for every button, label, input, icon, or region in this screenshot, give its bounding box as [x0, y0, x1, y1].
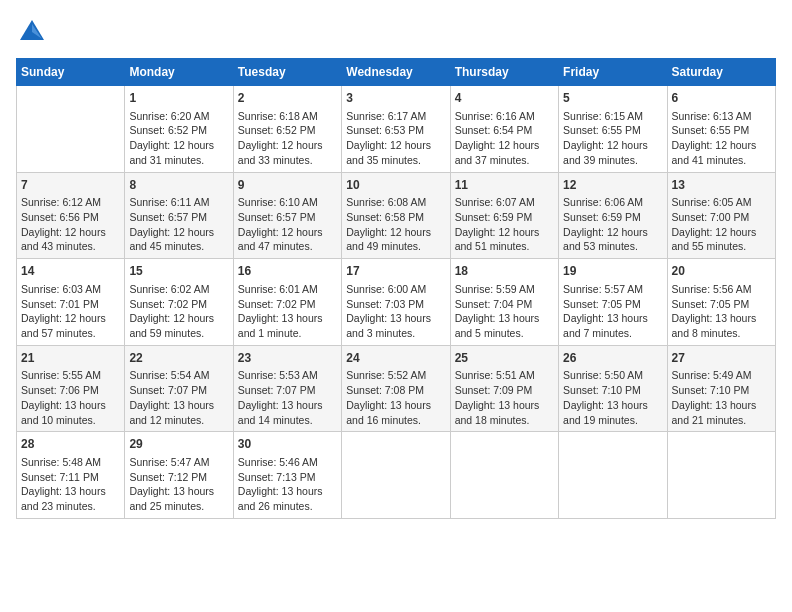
calendar-cell: 3Sunrise: 6:17 AMSunset: 6:53 PMDaylight…: [342, 86, 450, 173]
calendar-cell: 20Sunrise: 5:56 AMSunset: 7:05 PMDayligh…: [667, 259, 775, 346]
calendar-cell: 29Sunrise: 5:47 AMSunset: 7:12 PMDayligh…: [125, 432, 233, 519]
header-row: SundayMondayTuesdayWednesdayThursdayFrid…: [17, 59, 776, 86]
day-number: 6: [672, 90, 771, 107]
day-content: Sunrise: 6:03 AMSunset: 7:01 PMDaylight:…: [21, 282, 120, 341]
calendar-cell: 17Sunrise: 6:00 AMSunset: 7:03 PMDayligh…: [342, 259, 450, 346]
calendar-cell: 26Sunrise: 5:50 AMSunset: 7:10 PMDayligh…: [559, 345, 667, 432]
header-day-tuesday: Tuesday: [233, 59, 341, 86]
day-number: 1: [129, 90, 228, 107]
day-number: 8: [129, 177, 228, 194]
day-content: Sunrise: 5:51 AMSunset: 7:09 PMDaylight:…: [455, 368, 554, 427]
header-day-saturday: Saturday: [667, 59, 775, 86]
calendar-cell: 5Sunrise: 6:15 AMSunset: 6:55 PMDaylight…: [559, 86, 667, 173]
calendar-cell: 10Sunrise: 6:08 AMSunset: 6:58 PMDayligh…: [342, 172, 450, 259]
day-number: 13: [672, 177, 771, 194]
calendar-cell: 18Sunrise: 5:59 AMSunset: 7:04 PMDayligh…: [450, 259, 558, 346]
calendar-cell: 7Sunrise: 6:12 AMSunset: 6:56 PMDaylight…: [17, 172, 125, 259]
day-number: 17: [346, 263, 445, 280]
day-content: Sunrise: 6:13 AMSunset: 6:55 PMDaylight:…: [672, 109, 771, 168]
day-content: Sunrise: 6:08 AMSunset: 6:58 PMDaylight:…: [346, 195, 445, 254]
day-content: Sunrise: 5:50 AMSunset: 7:10 PMDaylight:…: [563, 368, 662, 427]
calendar-cell: 25Sunrise: 5:51 AMSunset: 7:09 PMDayligh…: [450, 345, 558, 432]
calendar-cell: 22Sunrise: 5:54 AMSunset: 7:07 PMDayligh…: [125, 345, 233, 432]
day-number: 23: [238, 350, 337, 367]
day-number: 30: [238, 436, 337, 453]
calendar-cell: 4Sunrise: 6:16 AMSunset: 6:54 PMDaylight…: [450, 86, 558, 173]
calendar-cell: 24Sunrise: 5:52 AMSunset: 7:08 PMDayligh…: [342, 345, 450, 432]
day-content: Sunrise: 6:15 AMSunset: 6:55 PMDaylight:…: [563, 109, 662, 168]
day-number: 10: [346, 177, 445, 194]
calendar-cell: [667, 432, 775, 519]
day-content: Sunrise: 6:00 AMSunset: 7:03 PMDaylight:…: [346, 282, 445, 341]
day-content: Sunrise: 6:02 AMSunset: 7:02 PMDaylight:…: [129, 282, 228, 341]
calendar-header: SundayMondayTuesdayWednesdayThursdayFrid…: [17, 59, 776, 86]
day-number: 2: [238, 90, 337, 107]
day-number: 26: [563, 350, 662, 367]
day-content: Sunrise: 6:12 AMSunset: 6:56 PMDaylight:…: [21, 195, 120, 254]
day-number: 11: [455, 177, 554, 194]
calendar-cell: 28Sunrise: 5:48 AMSunset: 7:11 PMDayligh…: [17, 432, 125, 519]
day-content: Sunrise: 5:59 AMSunset: 7:04 PMDaylight:…: [455, 282, 554, 341]
day-number: 14: [21, 263, 120, 280]
calendar-cell: 9Sunrise: 6:10 AMSunset: 6:57 PMDaylight…: [233, 172, 341, 259]
calendar-week-1: 1Sunrise: 6:20 AMSunset: 6:52 PMDaylight…: [17, 86, 776, 173]
day-content: Sunrise: 5:57 AMSunset: 7:05 PMDaylight:…: [563, 282, 662, 341]
day-number: 24: [346, 350, 445, 367]
page-header: [16, 16, 776, 48]
header-day-wednesday: Wednesday: [342, 59, 450, 86]
calendar-cell: 12Sunrise: 6:06 AMSunset: 6:59 PMDayligh…: [559, 172, 667, 259]
calendar-cell: 19Sunrise: 5:57 AMSunset: 7:05 PMDayligh…: [559, 259, 667, 346]
day-number: 15: [129, 263, 228, 280]
calendar-week-4: 21Sunrise: 5:55 AMSunset: 7:06 PMDayligh…: [17, 345, 776, 432]
day-number: 12: [563, 177, 662, 194]
calendar-cell: 2Sunrise: 6:18 AMSunset: 6:52 PMDaylight…: [233, 86, 341, 173]
header-day-thursday: Thursday: [450, 59, 558, 86]
calendar-cell: 14Sunrise: 6:03 AMSunset: 7:01 PMDayligh…: [17, 259, 125, 346]
day-content: Sunrise: 5:54 AMSunset: 7:07 PMDaylight:…: [129, 368, 228, 427]
day-number: 5: [563, 90, 662, 107]
calendar-cell: 8Sunrise: 6:11 AMSunset: 6:57 PMDaylight…: [125, 172, 233, 259]
day-number: 27: [672, 350, 771, 367]
calendar-cell: 23Sunrise: 5:53 AMSunset: 7:07 PMDayligh…: [233, 345, 341, 432]
day-number: 16: [238, 263, 337, 280]
calendar-week-3: 14Sunrise: 6:03 AMSunset: 7:01 PMDayligh…: [17, 259, 776, 346]
day-content: Sunrise: 6:16 AMSunset: 6:54 PMDaylight:…: [455, 109, 554, 168]
day-number: 29: [129, 436, 228, 453]
day-content: Sunrise: 5:46 AMSunset: 7:13 PMDaylight:…: [238, 455, 337, 514]
logo-icon: [16, 16, 48, 48]
day-number: 4: [455, 90, 554, 107]
calendar-cell: 6Sunrise: 6:13 AMSunset: 6:55 PMDaylight…: [667, 86, 775, 173]
calendar-cell: [559, 432, 667, 519]
day-content: Sunrise: 5:49 AMSunset: 7:10 PMDaylight:…: [672, 368, 771, 427]
day-number: 9: [238, 177, 337, 194]
day-content: Sunrise: 6:20 AMSunset: 6:52 PMDaylight:…: [129, 109, 228, 168]
calendar-cell: 21Sunrise: 5:55 AMSunset: 7:06 PMDayligh…: [17, 345, 125, 432]
calendar-cell: 15Sunrise: 6:02 AMSunset: 7:02 PMDayligh…: [125, 259, 233, 346]
calendar-cell: [17, 86, 125, 173]
calendar-body: 1Sunrise: 6:20 AMSunset: 6:52 PMDaylight…: [17, 86, 776, 519]
logo: [16, 16, 52, 48]
calendar-week-2: 7Sunrise: 6:12 AMSunset: 6:56 PMDaylight…: [17, 172, 776, 259]
calendar-cell: 11Sunrise: 6:07 AMSunset: 6:59 PMDayligh…: [450, 172, 558, 259]
day-number: 7: [21, 177, 120, 194]
day-content: Sunrise: 6:06 AMSunset: 6:59 PMDaylight:…: [563, 195, 662, 254]
calendar-cell: [450, 432, 558, 519]
day-number: 22: [129, 350, 228, 367]
day-content: Sunrise: 6:01 AMSunset: 7:02 PMDaylight:…: [238, 282, 337, 341]
day-number: 20: [672, 263, 771, 280]
calendar-cell: 30Sunrise: 5:46 AMSunset: 7:13 PMDayligh…: [233, 432, 341, 519]
day-content: Sunrise: 5:48 AMSunset: 7:11 PMDaylight:…: [21, 455, 120, 514]
day-number: 3: [346, 90, 445, 107]
day-number: 19: [563, 263, 662, 280]
day-content: Sunrise: 5:56 AMSunset: 7:05 PMDaylight:…: [672, 282, 771, 341]
day-content: Sunrise: 6:17 AMSunset: 6:53 PMDaylight:…: [346, 109, 445, 168]
day-content: Sunrise: 5:52 AMSunset: 7:08 PMDaylight:…: [346, 368, 445, 427]
day-content: Sunrise: 6:07 AMSunset: 6:59 PMDaylight:…: [455, 195, 554, 254]
calendar-cell: [342, 432, 450, 519]
day-content: Sunrise: 5:47 AMSunset: 7:12 PMDaylight:…: [129, 455, 228, 514]
calendar-week-5: 28Sunrise: 5:48 AMSunset: 7:11 PMDayligh…: [17, 432, 776, 519]
calendar-cell: 1Sunrise: 6:20 AMSunset: 6:52 PMDaylight…: [125, 86, 233, 173]
calendar-table: SundayMondayTuesdayWednesdayThursdayFrid…: [16, 58, 776, 519]
day-content: Sunrise: 6:10 AMSunset: 6:57 PMDaylight:…: [238, 195, 337, 254]
day-content: Sunrise: 6:11 AMSunset: 6:57 PMDaylight:…: [129, 195, 228, 254]
